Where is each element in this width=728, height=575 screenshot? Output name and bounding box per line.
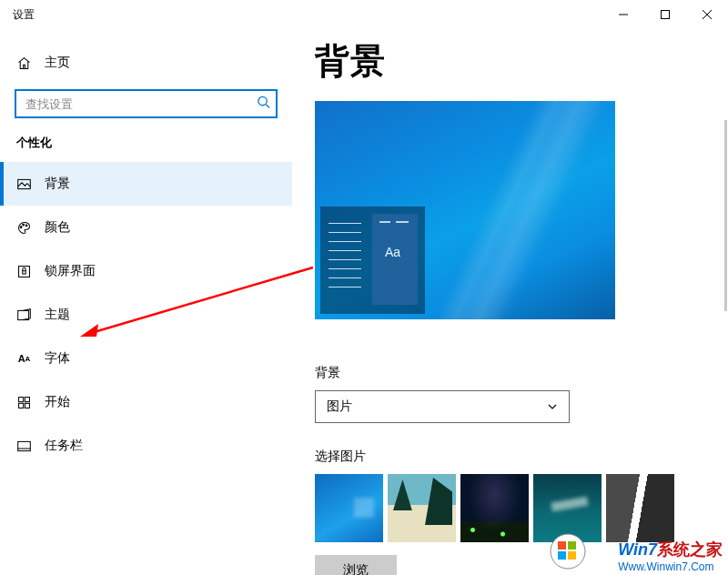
svg-rect-1 [662, 11, 670, 19]
svg-rect-15 [19, 403, 24, 408]
search-input[interactable] [15, 89, 278, 118]
svg-line-5 [266, 105, 269, 108]
home-label: 主页 [45, 55, 70, 71]
sidebar-section-title: 个性化 [0, 135, 292, 162]
svg-rect-22 [558, 541, 566, 550]
sidebar: 主页 个性化 背景 颜色 [0, 29, 292, 575]
preview-sample-text: Aa [385, 245, 400, 259]
sidebar-item-fonts[interactable]: AA 字体 [0, 337, 292, 380]
preview-taskbar-mock: Aa [320, 207, 425, 314]
search-icon [257, 96, 270, 113]
choose-picture-label: 选择图片 [315, 449, 728, 465]
taskbar-icon [16, 439, 32, 454]
thumbnail[interactable] [606, 474, 674, 542]
thumbnail[interactable] [388, 474, 456, 542]
chevron-down-icon [547, 401, 558, 412]
sidebar-item-label: 主题 [45, 307, 70, 323]
sidebar-item-taskbar[interactable]: 任务栏 [0, 424, 292, 468]
background-type-dropdown[interactable]: 图片 [315, 390, 570, 423]
page-title: 背景 [315, 38, 728, 85]
svg-rect-13 [19, 397, 24, 401]
svg-rect-12 [18, 310, 29, 319]
minimize-button[interactable] [602, 0, 644, 29]
maximize-button[interactable] [644, 0, 686, 29]
main-content: 背景 Aa 背景 图片 选择图片 浏览 [292, 29, 728, 575]
svg-point-9 [25, 225, 27, 227]
watermark-line1-prefix: Win7 [618, 540, 657, 559]
sidebar-item-label: 字体 [45, 350, 70, 367]
svg-rect-14 [25, 397, 29, 401]
watermark-line1-suffix: 系统之家 [657, 540, 723, 559]
lockscreen-icon [16, 264, 32, 279]
sidebar-item-label: 任务栏 [45, 438, 83, 454]
watermark-logo [550, 533, 586, 570]
svg-rect-23 [568, 541, 576, 550]
sidebar-item-label: 开始 [45, 394, 70, 410]
svg-point-4 [258, 96, 267, 105]
watermark-text: Win7系统之家 Www.Winwin7.Com [618, 539, 723, 573]
svg-point-7 [20, 226, 22, 227]
sidebar-item-label: 锁屏界面 [45, 263, 96, 279]
home-icon [16, 55, 32, 71]
sidebar-item-background[interactable]: 背景 [0, 162, 292, 206]
picture-icon [16, 177, 32, 192]
svg-point-8 [23, 224, 25, 226]
sidebar-item-colors[interactable]: 颜色 [0, 206, 292, 249]
thumbnail[interactable] [533, 474, 602, 542]
background-preview: Aa [315, 101, 615, 319]
sidebar-item-start[interactable]: 开始 [0, 380, 292, 424]
svg-rect-24 [558, 551, 566, 560]
thumbnail[interactable] [315, 474, 383, 542]
svg-rect-17 [18, 441, 31, 450]
close-button[interactable] [686, 0, 728, 29]
sidebar-item-themes[interactable]: 主题 [0, 293, 292, 337]
watermark-line2: Www.Winwin7.Com [618, 560, 723, 573]
svg-rect-16 [25, 403, 29, 408]
sidebar-item-label: 背景 [45, 176, 70, 192]
picture-thumbnails [315, 474, 728, 542]
title-bar: 设置 [0, 0, 728, 29]
background-field-label: 背景 [315, 365, 728, 381]
sidebar-item-lockscreen[interactable]: 锁屏界面 [0, 249, 292, 293]
home-button[interactable]: 主页 [0, 47, 292, 78]
svg-rect-11 [23, 270, 25, 273]
start-icon [16, 395, 32, 410]
theme-icon [16, 308, 32, 323]
sidebar-item-label: 颜色 [45, 219, 70, 236]
thumbnail[interactable] [460, 474, 529, 542]
browse-button[interactable]: 浏览 [315, 555, 397, 575]
svg-rect-25 [568, 551, 576, 560]
scrollbar[interactable] [724, 120, 727, 311]
dropdown-value: 图片 [327, 398, 352, 415]
app-title: 设置 [13, 7, 35, 23]
palette-icon [16, 220, 32, 236]
font-icon: AA [16, 351, 32, 367]
window-controls [602, 0, 728, 29]
